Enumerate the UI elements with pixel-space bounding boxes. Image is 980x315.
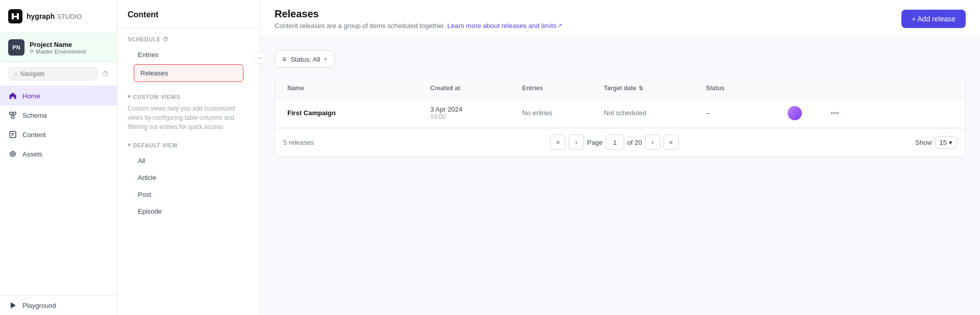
svg-rect-4	[10, 132, 16, 138]
sidebar-item-assets[interactable]: Assets	[0, 144, 117, 164]
home-icon	[8, 91, 17, 100]
chevron-down-icon: ▾	[324, 56, 327, 63]
default-view-all[interactable]: All	[128, 152, 250, 169]
sync-icon: ⟳	[30, 48, 34, 54]
external-link-icon: ↗	[557, 22, 562, 29]
col-header-target: Target date ⇅	[600, 78, 702, 98]
user-avatar-image	[788, 106, 802, 120]
cell-more-actions: •••	[824, 99, 845, 127]
page-number-input[interactable]	[606, 135, 624, 150]
releases-nav-item[interactable]: Releases	[134, 64, 243, 82]
svg-point-7	[10, 151, 15, 156]
content-body: ≡ Status: All ▾ Name Created at Entries …	[260, 38, 980, 315]
custom-views-section: ▾ CUSTOM VIEWS Custom views help you add…	[117, 87, 260, 136]
svg-marker-9	[11, 302, 16, 308]
default-view-collapse-icon: ▾	[128, 142, 131, 148]
schedule-label: SCHEDULE ⏱	[128, 36, 250, 42]
show-chevron-icon: ▾	[949, 139, 952, 146]
of-pages-label: of 20	[627, 139, 642, 146]
prev-page-button[interactable]: ‹	[569, 135, 584, 150]
collapse-middle-panel-button[interactable]: ←	[254, 51, 267, 64]
pagination: 5 releases « ‹ Page of 20 › » Show 15 ▾	[275, 128, 965, 156]
table-header: Name Created at Entries Target date ⇅ St…	[275, 78, 965, 98]
project-selector[interactable]: PN Project Name ⟳ Master Environment	[0, 33, 117, 62]
assets-icon	[8, 149, 17, 159]
cell-target-date: Not scheduled	[600, 102, 702, 124]
avatar	[788, 106, 802, 120]
svg-rect-2	[13, 112, 16, 115]
middle-panel-title: Content	[117, 0, 260, 28]
schedule-section: SCHEDULE ⏱ Entries Releases	[117, 28, 260, 87]
page-title: Releases	[275, 8, 562, 20]
entries-nav-item[interactable]: Entries	[128, 46, 250, 63]
col-header-created: Created at	[426, 78, 518, 98]
col-header-name: Name	[283, 78, 426, 98]
custom-views-label: ▾ CUSTOM VIEWS	[128, 93, 250, 100]
custom-views-description: Custom views help you add customized vie…	[128, 104, 250, 132]
filter-lines-icon: ≡	[282, 55, 286, 63]
status-dropdown[interactable]: ≡ Status: All ▾	[275, 50, 335, 68]
playground-icon	[8, 301, 17, 310]
schema-icon	[8, 111, 17, 120]
schedule-clock-icon: ⏱	[163, 36, 169, 42]
status-filter: ≡ Status: All ▾	[275, 50, 966, 68]
default-view-article[interactable]: Article	[128, 169, 250, 186]
collapse-arrow-icon: ▾	[128, 93, 131, 100]
default-view-episode[interactable]: Episode	[128, 203, 250, 220]
main-header: Releases Content releases are a group of…	[260, 0, 980, 38]
svg-point-8	[12, 153, 14, 155]
project-env: ⟳ Master Environment	[30, 48, 86, 55]
logo: hygraph STUDIO	[0, 0, 117, 33]
sidebar: hygraph STUDIO PN Project Name ⟳ Master …	[0, 0, 117, 315]
show-section: Show 15 ▾	[915, 136, 957, 149]
sidebar-item-playground[interactable]: Playground	[0, 295, 117, 315]
sort-icon[interactable]: ⇅	[639, 85, 643, 92]
learn-more-link[interactable]: Learn more about releases and limits ↗	[447, 22, 562, 30]
content-icon	[8, 130, 17, 139]
releases-table: Name Created at Entries Target date ⇅ St…	[275, 78, 966, 156]
search-input[interactable]	[20, 70, 92, 77]
col-header-user	[783, 78, 824, 98]
main-content: Releases Content releases are a group of…	[260, 0, 980, 315]
releases-count: 5 releases	[283, 139, 314, 146]
cell-user-avatar	[783, 99, 824, 127]
pagination-controls: « ‹ Page of 20 › »	[550, 135, 678, 150]
cell-name: First Campaign	[283, 102, 426, 124]
sidebar-item-schema[interactable]: Schema	[0, 106, 117, 125]
col-header-entries: Entries	[518, 78, 600, 98]
cell-created-at: 3 Apr 2024 10:00	[426, 98, 518, 127]
search-icon: ⌕	[14, 70, 17, 77]
first-page-button[interactable]: «	[550, 135, 566, 150]
default-view-post[interactable]: Post	[128, 186, 250, 203]
hygraph-logo-icon	[8, 9, 22, 23]
project-name: Project Name	[30, 41, 86, 48]
history-icon[interactable]: ⏱	[102, 70, 109, 78]
page-label: Page	[587, 139, 602, 146]
last-page-button[interactable]: »	[664, 135, 679, 150]
col-header-actions	[824, 78, 845, 98]
show-count-dropdown[interactable]: 15 ▾	[935, 136, 957, 149]
middle-panel: Content SCHEDULE ⏱ Entries Releases ▾ CU…	[117, 0, 260, 315]
logo-label: hygraph STUDIO	[27, 12, 82, 20]
col-header-status: Status	[702, 78, 783, 98]
navigate-search[interactable]: ⌕	[8, 67, 97, 81]
table-row: First Campaign 3 Apr 2024 10:00 No entri…	[275, 98, 965, 128]
page-subtitle: Content releases are a group of items sc…	[275, 22, 562, 30]
default-view-section: ▾ DEFAULT VIEW All Article Post Episode	[117, 136, 260, 224]
search-bar: ⌕ ⏱	[0, 62, 117, 86]
more-actions-button[interactable]: •••	[828, 107, 841, 120]
default-view-label: ▾ DEFAULT VIEW	[128, 142, 250, 148]
sidebar-item-content[interactable]: Content	[0, 125, 117, 144]
cell-status: –	[702, 102, 783, 124]
add-release-button[interactable]: + Add release	[901, 10, 966, 28]
project-avatar: PN	[8, 39, 24, 56]
cell-entries: No entries	[518, 102, 600, 124]
svg-rect-3	[12, 116, 14, 118]
sidebar-item-home[interactable]: Home	[0, 86, 117, 106]
next-page-button[interactable]: ›	[645, 135, 660, 150]
nav-section: Home Schema Content Assets Playground	[0, 86, 117, 315]
svg-rect-1	[10, 112, 12, 115]
